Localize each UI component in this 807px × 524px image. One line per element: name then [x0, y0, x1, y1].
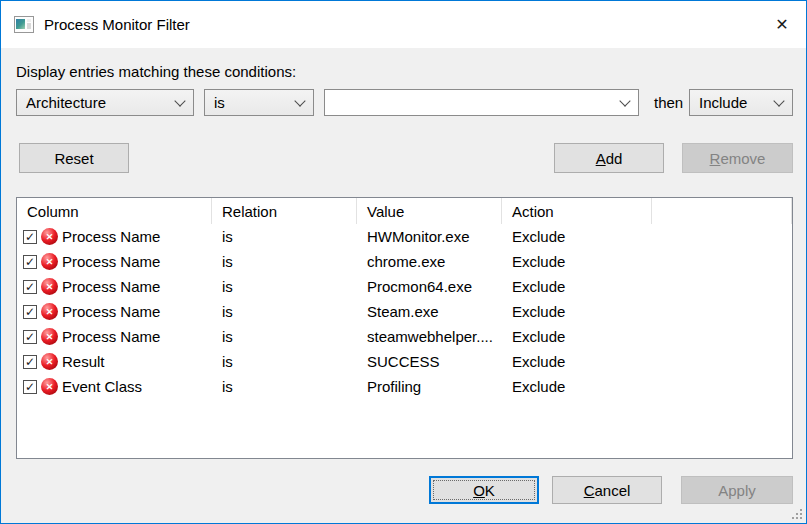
row-checkbox[interactable]: ✓ — [23, 230, 37, 244]
app-icon — [14, 16, 34, 33]
exclude-icon: ✕ — [41, 253, 58, 270]
row-checkbox[interactable]: ✓ — [23, 380, 37, 394]
row-action: Exclude — [502, 303, 652, 320]
list-header: Column Relation Value Action — [17, 198, 792, 224]
add-button[interactable]: Add — [554, 143, 664, 173]
apply-button[interactable]: Apply — [681, 476, 793, 504]
row-value: steamwebhelper.... — [357, 328, 502, 345]
row-column-label: Process Name — [62, 328, 160, 345]
check-icon: ✓ — [25, 306, 35, 318]
row-column-label: Process Name — [62, 303, 160, 320]
chevron-down-icon — [773, 95, 784, 106]
relation-dropdown-value: is — [214, 94, 225, 111]
row-action: Exclude — [502, 253, 652, 270]
row-column-label: Result — [62, 353, 105, 370]
header-value[interactable]: Value — [357, 198, 502, 224]
row-value: Profiling — [357, 378, 502, 395]
header-spacer — [652, 198, 792, 224]
exclude-icon: ✕ — [41, 378, 58, 395]
row-relation: is — [212, 378, 357, 395]
row-value: Steam.exe — [357, 303, 502, 320]
table-row[interactable]: ✓ ✕ Process Name is HWMonitor.exe Exclud… — [17, 224, 792, 249]
relation-dropdown[interactable]: is — [204, 89, 314, 116]
header-action[interactable]: Action — [502, 198, 652, 224]
resize-grip[interactable] — [790, 507, 803, 520]
check-icon: ✓ — [25, 356, 35, 368]
check-icon: ✓ — [25, 281, 35, 293]
row-column-label: Event Class — [62, 378, 142, 395]
row-column-label: Process Name — [62, 278, 160, 295]
row-checkbox[interactable]: ✓ — [23, 330, 37, 344]
action-dropdown[interactable]: Include — [689, 89, 793, 116]
exclude-icon: ✕ — [41, 228, 58, 245]
check-icon: ✓ — [25, 256, 35, 268]
chevron-down-icon — [294, 95, 305, 106]
row-value: SUCCESS — [357, 353, 502, 370]
exclude-icon: ✕ — [41, 303, 58, 320]
table-row[interactable]: ✓ ✕ Event Class is Profiling Exclude — [17, 374, 792, 399]
row-relation: is — [212, 353, 357, 370]
header-column[interactable]: Column — [17, 198, 212, 224]
column-dropdown-value: Architecture — [26, 94, 106, 111]
filter-list[interactable]: Column Relation Value Action ✓ ✕ Process… — [16, 197, 793, 459]
header-relation[interactable]: Relation — [212, 198, 357, 224]
column-dropdown[interactable]: Architecture — [16, 89, 194, 116]
row-action: Exclude — [502, 353, 652, 370]
row-action: Exclude — [502, 278, 652, 295]
titlebar[interactable]: Process Monitor Filter ✕ — [1, 1, 806, 48]
process-monitor-filter-dialog: Process Monitor Filter ✕ Display entries… — [0, 0, 807, 524]
row-column-label: Process Name — [62, 253, 160, 270]
action-dropdown-value: Include — [699, 94, 747, 111]
row-action: Exclude — [502, 378, 652, 395]
row-value: chrome.exe — [357, 253, 502, 270]
row-value: Procmon64.exe — [357, 278, 502, 295]
exclude-icon: ✕ — [41, 353, 58, 370]
table-row[interactable]: ✓ ✕ Process Name is steamwebhelper.... E… — [17, 324, 792, 349]
row-value: HWMonitor.exe — [357, 228, 502, 245]
row-checkbox[interactable]: ✓ — [23, 280, 37, 294]
remove-button[interactable]: Remove — [682, 143, 793, 173]
row-action: Exclude — [502, 228, 652, 245]
row-checkbox[interactable]: ✓ — [23, 355, 37, 369]
row-relation: is — [212, 303, 357, 320]
row-relation: is — [212, 278, 357, 295]
cancel-button[interactable]: Cancel — [552, 476, 662, 504]
table-row[interactable]: ✓ ✕ Process Name is Procmon64.exe Exclud… — [17, 274, 792, 299]
table-row[interactable]: ✓ ✕ Result is SUCCESS Exclude — [17, 349, 792, 374]
window-title: Process Monitor Filter — [44, 16, 190, 33]
value-combobox[interactable] — [324, 89, 639, 116]
close-icon: ✕ — [775, 15, 788, 34]
exclude-icon: ✕ — [41, 328, 58, 345]
check-icon: ✓ — [25, 331, 35, 343]
row-relation: is — [212, 328, 357, 345]
then-label: then — [654, 94, 683, 111]
reset-button[interactable]: Reset — [19, 143, 129, 173]
check-icon: ✓ — [25, 381, 35, 393]
ok-button[interactable]: OK — [429, 476, 539, 504]
exclude-icon: ✕ — [41, 278, 58, 295]
row-checkbox[interactable]: ✓ — [23, 305, 37, 319]
instructions-label: Display entries matching these condition… — [16, 63, 296, 80]
row-column-label: Process Name — [62, 228, 160, 245]
row-checkbox[interactable]: ✓ — [23, 255, 37, 269]
chevron-down-icon — [619, 95, 630, 106]
check-icon: ✓ — [25, 231, 35, 243]
row-action: Exclude — [502, 328, 652, 345]
close-button[interactable]: ✕ — [758, 1, 806, 48]
row-relation: is — [212, 253, 357, 270]
table-row[interactable]: ✓ ✕ Process Name is chrome.exe Exclude — [17, 249, 792, 274]
table-row[interactable]: ✓ ✕ Process Name is Steam.exe Exclude — [17, 299, 792, 324]
chevron-down-icon — [174, 95, 185, 106]
row-relation: is — [212, 228, 357, 245]
